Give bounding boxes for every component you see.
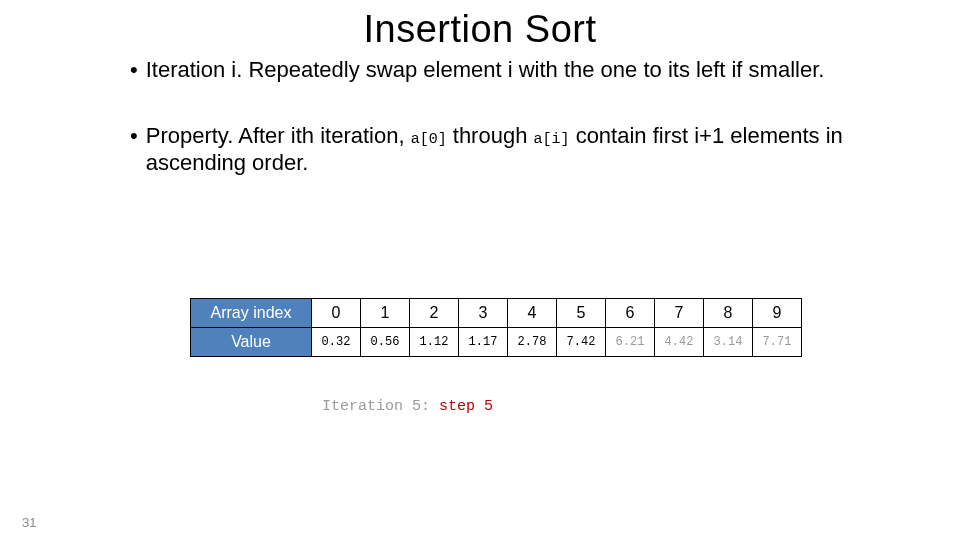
idx-cell: 9	[753, 299, 802, 328]
bullet-2: • Property. After ith iteration, a[0] th…	[130, 122, 850, 177]
val-cell: 0.32	[312, 328, 361, 357]
idx-cell: 7	[655, 299, 704, 328]
bullet-1-text: Iteration i. Repeatedly swap element i w…	[146, 56, 850, 84]
bullet-mark: •	[130, 56, 138, 84]
bullet-2-text: Property. After ith iteration, a[0] thro…	[146, 122, 850, 177]
idx-cell: 8	[704, 299, 753, 328]
val-cell: 7.42	[557, 328, 606, 357]
bullet-2-pre: Property. After ith iteration,	[146, 123, 411, 148]
val-cell: 7.71	[753, 328, 802, 357]
index-row: Array index 0 1 2 3 4 5 6 7 8 9	[191, 299, 802, 328]
idx-cell: 4	[508, 299, 557, 328]
val-cell: 1.17	[459, 328, 508, 357]
val-cell: 4.42	[655, 328, 704, 357]
page-number: 31	[22, 515, 36, 530]
index-row-label: Array index	[191, 299, 312, 328]
page-title: Insertion Sort	[0, 8, 960, 51]
iteration-label: Iteration 5: step 5	[322, 398, 493, 415]
array-table: Array index 0 1 2 3 4 5 6 7 8 9 Value 0.…	[190, 298, 802, 357]
idx-cell: 6	[606, 299, 655, 328]
val-cell: 0.56	[361, 328, 410, 357]
idx-cell: 0	[312, 299, 361, 328]
iteration-step: step 5	[439, 398, 493, 415]
iteration-pre: Iteration 5:	[322, 398, 439, 415]
val-cell: 3.14	[704, 328, 753, 357]
val-cell: 1.12	[410, 328, 459, 357]
idx-cell: 1	[361, 299, 410, 328]
bullet-2-mid: through	[447, 123, 534, 148]
content-block: • Iteration i. Repeatedly swap element i…	[130, 56, 850, 215]
value-row: Value 0.32 0.56 1.12 1.17 2.78 7.42 6.21…	[191, 328, 802, 357]
idx-cell: 2	[410, 299, 459, 328]
code-a0: a[0]	[411, 131, 447, 148]
idx-cell: 5	[557, 299, 606, 328]
code-ai: a[i]	[534, 131, 570, 148]
bullet-1: • Iteration i. Repeatedly swap element i…	[130, 56, 850, 84]
value-row-label: Value	[191, 328, 312, 357]
idx-cell: 3	[459, 299, 508, 328]
bullet-mark: •	[130, 122, 138, 177]
val-cell: 2.78	[508, 328, 557, 357]
val-cell: 6.21	[606, 328, 655, 357]
